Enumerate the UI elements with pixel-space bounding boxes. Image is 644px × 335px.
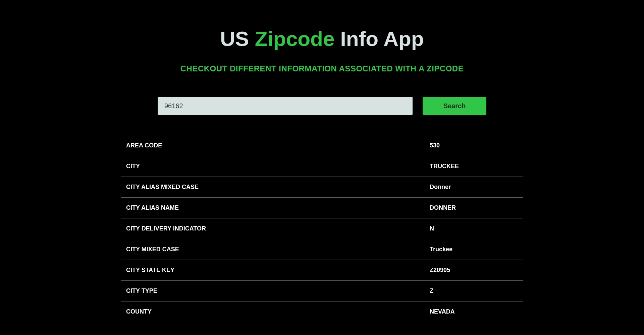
table-row: CITY TYPEZ [121, 280, 523, 301]
table-row: CITY STATE KEYZ20905 [121, 260, 523, 280]
row-label: AREA CODE [126, 142, 430, 149]
row-value: DONNER [430, 204, 518, 211]
zipcode-input[interactable] [158, 97, 413, 115]
row-label: CITY STATE KEY [126, 267, 430, 274]
table-row: CITYTRUCKEE [121, 156, 523, 177]
row-value: Donner [430, 184, 518, 191]
row-value: Z [430, 287, 518, 294]
row-value: TRUCKEE [430, 163, 518, 170]
table-row: CITY MIXED CASETruckee [121, 239, 523, 260]
page-title: US Zipcode Info App [121, 27, 523, 51]
title-part2: Info App [334, 27, 424, 50]
search-button[interactable]: Search [423, 97, 486, 115]
row-value: 530 [430, 142, 518, 149]
row-label: CITY ALIAS MIXED CASE [126, 184, 430, 191]
table-row: CITY ALIAS MIXED CASEDonner [121, 177, 523, 197]
row-label: CITY MIXED CASE [126, 246, 430, 253]
row-label: CITY ALIAS NAME [126, 204, 430, 211]
row-label: CITY TYPE [126, 287, 430, 294]
table-row: CITY DELIVERY INDICATORN [121, 218, 523, 239]
row-label: CITY [126, 163, 430, 170]
table-row: CITY ALIAS NAMEDONNER [121, 197, 523, 218]
row-value: Z20905 [430, 267, 518, 274]
row-label: COUNTY [126, 308, 430, 315]
title-highlight: Zipcode [255, 27, 335, 50]
page-subtitle: CHECKOUT DIFFERENT INFORMATION ASSOCIATE… [121, 64, 523, 73]
row-value: N [430, 225, 518, 232]
row-value: Truckee [430, 246, 518, 253]
row-value: NEVADA [430, 308, 518, 315]
search-row: Search [121, 97, 523, 115]
title-part1: US [220, 27, 255, 50]
results-table: AREA CODE530CITYTRUCKEECITY ALIAS MIXED … [121, 135, 523, 322]
table-row: AREA CODE530 [121, 135, 523, 156]
table-row: COUNTYNEVADA [121, 301, 523, 322]
row-label: CITY DELIVERY INDICATOR [126, 225, 430, 232]
